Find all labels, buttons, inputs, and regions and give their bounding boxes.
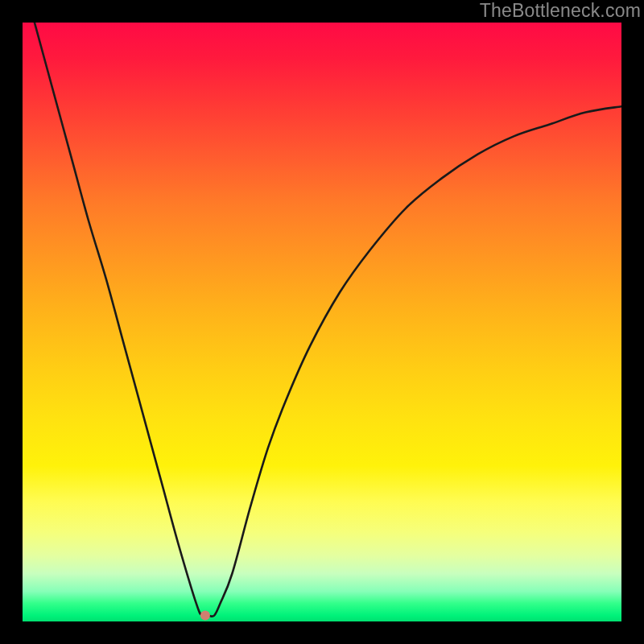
minimum-marker [200, 611, 210, 621]
watermark-text: TheBottleneck.com [480, 0, 641, 22]
curve-layer [23, 23, 621, 621]
plot-area [23, 23, 621, 621]
chart-frame: TheBottleneck.com [0, 0, 644, 644]
bottleneck-curve [35, 23, 621, 617]
